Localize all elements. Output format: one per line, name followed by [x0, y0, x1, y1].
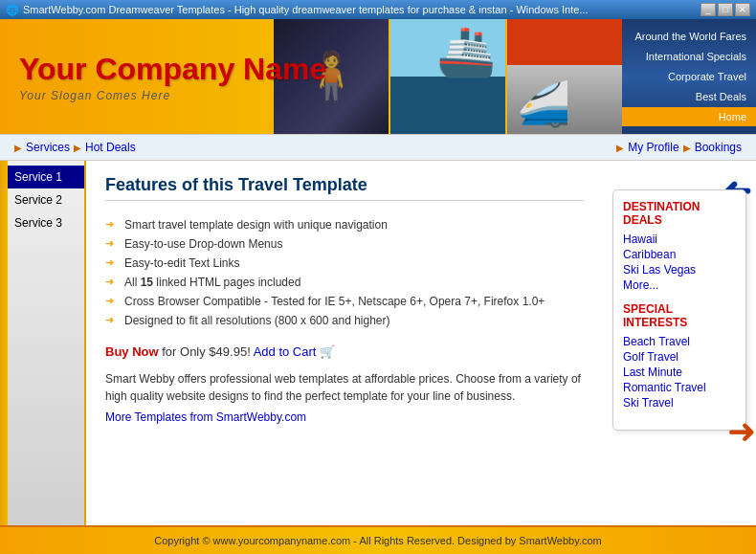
more-templates-link[interactable]: More Templates from SmartWebby.com	[105, 409, 584, 426]
sidebar-item-service3[interactable]: Service 3	[0, 211, 84, 234]
breadcrumb-left: ▶ Services ▶ Hot Deals	[14, 141, 136, 154]
sidebar-menu: Service 1 Service 2 Service 3	[0, 161, 84, 234]
description-body: Smart Webby offers professional web temp…	[105, 372, 581, 403]
deals-link-golf[interactable]: Golf Travel	[623, 349, 736, 365]
content-area: Service 1 Service 2 Service 3 Features o…	[0, 161, 756, 525]
nav-item-international[interactable]: International Specials	[622, 47, 756, 66]
maximize-button[interactable]: □	[718, 3, 733, 16]
description-text: Smart Webby offers professional web temp…	[105, 370, 584, 426]
title-bar-left: 🌐 SmartWebby.com Dreamweaver Templates -…	[6, 4, 589, 16]
page-title: Features of this Travel Template	[105, 175, 584, 201]
header-image-ship: 🚢	[390, 19, 505, 134]
title-bar: 🌐 SmartWebby.com Dreamweaver Templates -…	[0, 0, 756, 19]
footer: Copyright © www.yourcompanyname.com - Al…	[0, 525, 756, 554]
buy-now-link[interactable]: Buy Now	[105, 344, 159, 359]
cart-icon: 🛒	[320, 344, 335, 359]
breadcrumb-arrow-hotdeals: ▶	[74, 143, 81, 153]
breadcrumb-hotdeals[interactable]: Hot Deals	[85, 141, 136, 154]
right-sidebar: ➜ DESTINATION DEALS Hawaii Caribbean Ski…	[603, 161, 756, 525]
list-item: Cross Browser Compatible - Tested for IE…	[105, 292, 584, 311]
deals-link-hawaii[interactable]: Hawaii	[623, 232, 736, 247]
close-button[interactable]: ✕	[735, 3, 750, 16]
title-bar-controls: _ □ ✕	[700, 3, 750, 16]
list-item: Easy-to-edit Text Links	[105, 254, 584, 273]
right-nav: Around the World Fares International Spe…	[622, 19, 756, 134]
breadcrumb-bar: ▶ Services ▶ Hot Deals ▶ My Profile ▶ Bo…	[0, 134, 756, 161]
buy-now-text: Buy Now for Only $49.95! Add to Cart 🛒	[105, 344, 584, 359]
nav-item-corporate[interactable]: Corporate Travel	[622, 67, 756, 86]
deals-link-last-minute[interactable]: Last Minute	[623, 365, 736, 380]
add-cart-link[interactable]: Add to Cart	[254, 344, 317, 359]
title-bar-text: SmartWebby.com Dreamweaver Templates - H…	[23, 4, 589, 15]
header: Your Company Name Your Slogan Comes Here…	[0, 19, 756, 134]
list-item: Easy-to-use Drop-down Menus	[105, 234, 584, 254]
breadcrumb-myprofile[interactable]: My Profile	[628, 141, 678, 154]
sidebar-item-service2[interactable]: Service 2	[0, 188, 84, 211]
main-container: Your Company Name Your Slogan Comes Here…	[0, 19, 756, 554]
title-bar-icon: 🌐	[6, 4, 19, 16]
list-item: Designed to fit all resolutions (800 x 6…	[105, 311, 584, 330]
nav-item-around-world[interactable]: Around the World Fares	[622, 27, 756, 46]
breadcrumb-bookings[interactable]: Bookings	[695, 141, 742, 154]
nav-item-home[interactable]: Home	[622, 107, 756, 126]
footer-text: Copyright © www.yourcompanyname.com - Al…	[154, 535, 601, 546]
minimize-button[interactable]: _	[700, 3, 716, 16]
deals-link-more[interactable]: More...	[623, 277, 736, 293]
list-item: Smart travel template design with unique…	[105, 215, 584, 234]
feature-list: Smart travel template design with unique…	[105, 215, 584, 330]
arrow-right-icon: ➜	[727, 411, 756, 452]
special-interests-section: SPECIAL INTERESTS Beach Travel Golf Trav…	[623, 302, 736, 410]
breadcrumb-services[interactable]: Services	[26, 141, 70, 154]
nav-item-best-deals[interactable]: Best Deals	[622, 87, 756, 106]
breadcrumb-arrow-myprofile: ▶	[616, 143, 624, 153]
price-text: for Only $49.95!	[162, 344, 251, 359]
breadcrumb-right: ▶ My Profile ▶ Bookings	[616, 141, 742, 154]
deals-link-ski[interactable]: Ski Travel	[623, 395, 736, 410]
deals-link-ski-las-vegas[interactable]: Ski Las Vegas	[623, 262, 736, 277]
deals-box: DESTINATION DEALS Hawaii Caribbean Ski L…	[612, 189, 746, 431]
deals-box-wrapper: ➜ DESTINATION DEALS Hawaii Caribbean Ski…	[612, 189, 746, 431]
deals-link-beach[interactable]: Beach Travel	[623, 334, 736, 349]
company-name: Your Company Name	[19, 52, 326, 87]
slogan: Your Slogan Comes Here	[19, 89, 326, 102]
breadcrumb-arrow-services: ▶	[14, 143, 22, 153]
sidebar-item-service1[interactable]: Service 1	[0, 166, 84, 188]
special-interests-title: SPECIAL INTERESTS	[623, 302, 736, 329]
header-image-train: 🚄	[507, 19, 622, 134]
breadcrumb-arrow-bookings: ▶	[683, 143, 691, 153]
destination-deals-section: DESTINATION DEALS Hawaii Caribbean Ski L…	[623, 200, 736, 293]
destination-deals-title: DESTINATION DEALS	[623, 200, 736, 227]
deals-link-romantic[interactable]: Romantic Travel	[623, 380, 736, 395]
list-item: All 15 linked HTML pages included	[105, 273, 584, 292]
left-sidebar: Service 1 Service 2 Service 3	[0, 161, 86, 525]
main-content: Features of this Travel Template Smart t…	[86, 161, 603, 525]
header-text: Your Company Name Your Slogan Comes Here	[0, 42, 345, 112]
deals-link-caribbean[interactable]: Caribbean	[623, 247, 736, 262]
